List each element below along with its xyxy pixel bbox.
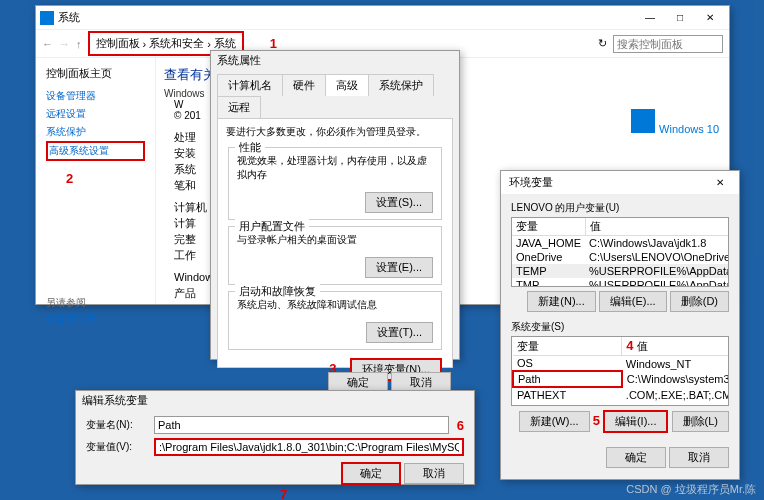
maximize-button[interactable]: □ (665, 7, 695, 29)
windows-brand: Windows 10 (631, 108, 719, 140)
edit-variable-dialog: 编辑系统变量 变量名(N): 6 变量值(V): 确定 取消 (75, 390, 475, 485)
performance-group: 性能 视觉效果，处理器计划，内存使用，以及虚拟内存 设置(S)... (228, 147, 442, 220)
env-titlebar: 环境变量 ✕ (501, 171, 739, 195)
user-row: JAVA_HOMEC:\Windows\Java\jdk1.8 (512, 236, 729, 251)
forward-icon[interactable]: → (59, 38, 70, 50)
watermark: CSDN @ 垃圾程序员Mr.陈 (626, 482, 756, 497)
breadcrumb-seg2[interactable]: 系统和安全 (149, 36, 204, 51)
user-delete-button[interactable]: 删除(D) (670, 291, 729, 312)
see-also-header: 另请参阅 (46, 296, 145, 310)
performance-header: 性能 (235, 140, 265, 155)
sys-row-path: PathC:\Windows\system32;C:\Windows;C:\W (513, 371, 729, 387)
env-variables-dialog: 环境变量 ✕ LENOVO 的用户变量(U) 变量值 JAVA_HOMEC:\W… (500, 170, 740, 480)
sys-col-val[interactable]: 4 值 (622, 337, 729, 356)
var-value-input[interactable] (154, 438, 464, 456)
tab-remote[interactable]: 远程 (217, 96, 261, 118)
breadcrumb-seg1[interactable]: 控制面板 (96, 36, 140, 51)
search-input[interactable] (613, 35, 723, 53)
sys-row: OSWindows_NT (513, 356, 729, 372)
userprofile-group: 用户配置文件 与登录帐户相关的桌面设置 设置(E)... (228, 226, 442, 285)
edit-title: 编辑系统变量 (76, 391, 474, 410)
var-name-input[interactable] (154, 416, 449, 434)
windows-brand-text: Windows 10 (659, 123, 719, 135)
chevron-right-icon: › (143, 38, 147, 50)
user-row: OneDriveC:\Users\LENOVO\OneDrive (512, 250, 729, 264)
sys-vars-header: 系统变量(S) (511, 320, 729, 334)
sysprops-title: 系统属性 (211, 51, 459, 70)
user-vars-header: LENOVO 的用户变量(U) (511, 201, 729, 215)
annotation-1: 1 (270, 36, 277, 51)
userprofile-settings-button[interactable]: 设置(E)... (365, 257, 433, 278)
tab-protection[interactable]: 系统保护 (368, 74, 434, 96)
chevron-right-icon: › (207, 38, 211, 50)
sys-edit-button[interactable]: 编辑(I)... (603, 410, 669, 433)
tab-computername[interactable]: 计算机名 (217, 74, 283, 96)
sidebar: 控制面板主页 设备管理器 远程设置 系统保护 高级系统设置 2 另请参阅 安全性… (36, 58, 156, 304)
startup-desc: 系统启动、系统故障和调试信息 (237, 298, 433, 312)
system-properties-dialog: 系统属性 计算机名硬件高级系统保护远程 要进行大多数更改，你必须作为管理员登录。… (210, 50, 460, 360)
system-titlebar: 系统 — □ ✕ (36, 6, 729, 30)
startup-header: 启动和故障恢复 (235, 284, 320, 299)
performance-desc: 视觉效果，处理器计划，内存使用，以及虚拟内存 (237, 154, 433, 182)
sys-row: PROCESSOR_AR...AMD64 (513, 402, 729, 406)
user-new-button[interactable]: 新建(N)... (527, 291, 595, 312)
windows-logo-icon (631, 109, 655, 133)
env-ok-button[interactable]: 确定 (606, 447, 666, 468)
user-col-var[interactable]: 变量 (512, 218, 585, 236)
tab-advanced[interactable]: 高级 (325, 74, 369, 96)
sidebar-home[interactable]: 控制面板主页 (46, 66, 145, 81)
performance-settings-button[interactable]: 设置(S)... (365, 192, 433, 213)
sys-delete-button[interactable]: 删除(L) (672, 411, 729, 432)
sys-row: PATHEXT.COM;.EXE;.BAT;.CMD;.VBS;.VBE;.JS… (513, 387, 729, 402)
env-close-button[interactable]: ✕ (705, 172, 735, 194)
env-cancel-button[interactable]: 取消 (669, 447, 729, 468)
breadcrumb-seg3[interactable]: 系统 (214, 36, 236, 51)
user-edit-button[interactable]: 编辑(E)... (599, 291, 667, 312)
sidebar-advanced[interactable]: 高级系统设置 (46, 141, 145, 161)
startup-settings-button[interactable]: 设置(T)... (366, 322, 433, 343)
var-value-label: 变量值(V): (86, 440, 146, 454)
annotation-4: 4 (626, 338, 633, 353)
userprofile-header: 用户配置文件 (235, 219, 309, 234)
user-row: TEMP%USERPROFILE%\AppData\Local\Temp (512, 264, 729, 278)
system-title: 系统 (54, 10, 635, 25)
tab-hardware[interactable]: 硬件 (282, 74, 326, 96)
annotation-7: 7 (280, 487, 287, 500)
sidebar-remote[interactable]: 远程设置 (46, 105, 145, 123)
system-icon (40, 11, 54, 25)
minimize-button[interactable]: — (635, 7, 665, 29)
refresh-icon[interactable]: ↻ (598, 37, 607, 50)
edit-ok-button[interactable]: 确定 (341, 462, 401, 485)
sys-new-button[interactable]: 新建(W)... (519, 411, 590, 432)
user-col-val[interactable]: 值 (585, 218, 729, 236)
user-vars-list[interactable]: 变量值 JAVA_HOMEC:\Windows\Java\jdk1.8 OneD… (511, 217, 729, 287)
see-also-security[interactable]: 安全性维护 (46, 310, 145, 328)
edit-cancel-button[interactable]: 取消 (404, 463, 464, 484)
sidebar-device-manager[interactable]: 设备管理器 (46, 87, 145, 105)
user-row: TMP%USERPROFILE%\AppData\Local\Temp (512, 278, 729, 287)
userprofile-desc: 与登录帐户相关的桌面设置 (237, 233, 433, 247)
close-button[interactable]: ✕ (695, 7, 725, 29)
annotation-5: 5 (593, 413, 600, 428)
var-name-label: 变量名(N): (86, 418, 146, 432)
sys-vars-list[interactable]: 变量4 值 OSWindows_NT PathC:\Windows\system… (511, 336, 729, 406)
startup-group: 启动和故障恢复 系统启动、系统故障和调试信息 设置(T)... (228, 291, 442, 350)
back-icon[interactable]: ← (42, 38, 53, 50)
sys-col-var[interactable]: 变量 (513, 337, 622, 356)
admin-note: 要进行大多数更改，你必须作为管理员登录。 (220, 123, 450, 141)
sidebar-protection[interactable]: 系统保护 (46, 123, 145, 141)
env-title: 环境变量 (505, 175, 705, 190)
up-icon[interactable]: ↑ (76, 38, 82, 50)
annotation-6: 6 (457, 418, 464, 433)
annotation-2: 2 (66, 171, 145, 186)
